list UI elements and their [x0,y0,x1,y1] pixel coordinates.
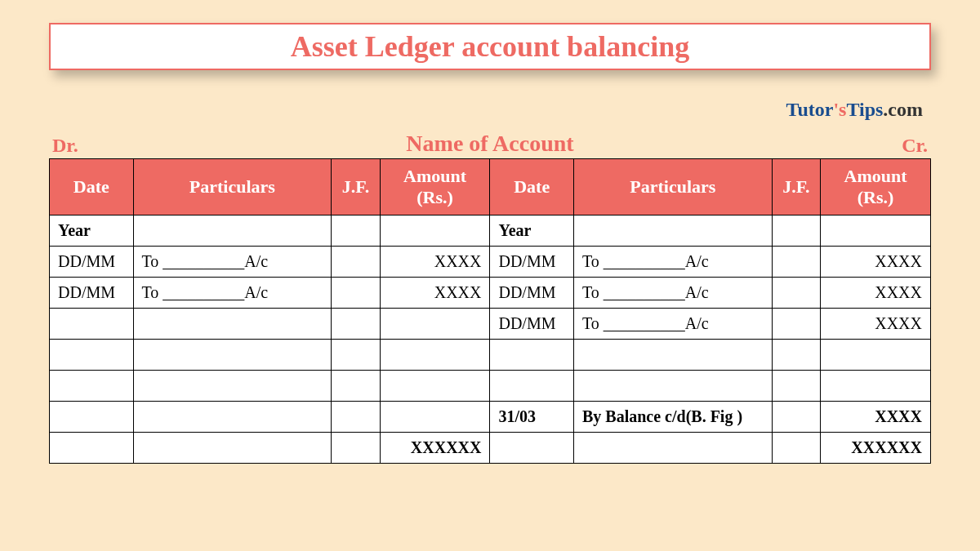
cell [772,278,820,309]
table-row: DD/MM To __________A/c XXXX DD/MM To ___… [50,278,931,309]
cell [573,433,772,464]
cell [380,216,490,247]
balance-date: 31/03 [490,402,574,433]
cell [332,433,380,464]
cell [772,371,820,402]
table-row: DD/MM To __________A/c XXXX [50,309,931,340]
cell [821,371,931,402]
cell [133,371,332,402]
cell [821,216,931,247]
cell: To __________A/c [573,247,772,278]
cell [772,247,820,278]
cell [50,433,134,464]
ledger-table: Date Particulars J.F. Amount (Rs.) Date … [49,158,931,464]
cell [380,309,490,340]
cell [332,309,380,340]
cell [332,340,380,371]
cell [772,309,820,340]
brand-dotcom: .com [883,99,923,120]
table-header-row: Date Particulars J.F. Amount (Rs.) Date … [50,159,931,216]
col-date-cr: Date [490,159,574,216]
cell: XXXX [821,278,931,309]
cell [332,371,380,402]
brand-tips: Tips [846,99,883,120]
cell: XXXX [821,309,931,340]
cell: To __________A/c [573,278,772,309]
table-row: DD/MM To __________A/c XXXX DD/MM To ___… [50,247,931,278]
debit-label: Dr. [52,135,78,157]
cell [50,309,134,340]
cell [133,340,332,371]
cell [772,402,820,433]
cell [332,278,380,309]
cell [133,433,332,464]
balance-particulars: By Balance c/d(B. Fig ) [573,402,772,433]
account-name-label: Name of Account [406,131,573,157]
col-jf-cr: J.F. [772,159,820,216]
cell: DD/MM [490,309,574,340]
cell: XXXX [821,247,931,278]
cell [490,340,574,371]
balance-amount: XXXX [821,402,931,433]
cell [133,216,332,247]
col-jf-dr: J.F. [332,159,380,216]
cell: DD/MM [50,278,134,309]
total-row: XXXXXX XXXXXX [50,433,931,464]
col-particulars-dr: Particulars [133,159,332,216]
cell [332,247,380,278]
cell: To __________A/c [573,309,772,340]
cell [573,340,772,371]
brand-tutor: Tutor [786,99,834,120]
cell [573,216,772,247]
title-banner: Asset Ledger account balancing [49,23,931,70]
table-row [50,371,931,402]
col-particulars-cr: Particulars [573,159,772,216]
cell: To __________A/c [133,247,332,278]
cell [133,309,332,340]
col-date-dr: Date [50,159,134,216]
table-row: Year Year [50,216,931,247]
cell [50,371,134,402]
brand-logo: Tutor'sTips.com [49,99,931,121]
account-header: Dr. Name of Account Cr. [49,131,931,157]
cell [380,402,490,433]
cell [332,216,380,247]
col-amount-cr: Amount (Rs.) [821,159,931,216]
cell [133,402,332,433]
page-title: Asset Ledger account balancing [51,29,929,64]
year-cell-cr: Year [490,216,574,247]
cell [821,340,931,371]
cell: XXXX [380,247,490,278]
table-row: 31/03 By Balance c/d(B. Fig ) XXXX [50,402,931,433]
brand-apostrophe: 's [833,99,846,120]
cell: DD/MM [490,247,574,278]
year-cell-dr: Year [50,216,134,247]
cell [573,371,772,402]
credit-label: Cr. [902,135,928,157]
cell [332,402,380,433]
cell: To __________A/c [133,278,332,309]
cell [380,340,490,371]
cell: DD/MM [490,278,574,309]
cell: XXXX [380,278,490,309]
cell [490,433,574,464]
cell [50,340,134,371]
table-row [50,340,931,371]
cell [772,340,820,371]
debit-total: XXXXXX [380,433,490,464]
cell [772,216,820,247]
cell [380,371,490,402]
cell [50,402,134,433]
col-amount-dr: Amount (Rs.) [380,159,490,216]
cell: DD/MM [50,247,134,278]
cell [772,433,820,464]
cell [490,371,574,402]
credit-total: XXXXXX [821,433,931,464]
